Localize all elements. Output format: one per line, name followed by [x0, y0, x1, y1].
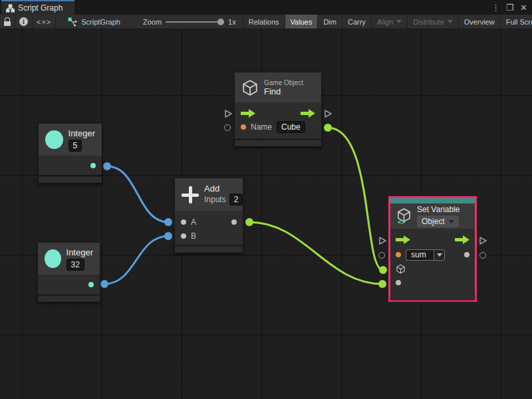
variable-scope-dropdown[interactable]: Object [417, 215, 459, 227]
zoom-control: Zoom 1x [136, 15, 243, 29]
relations-toggle[interactable]: Relations [243, 15, 285, 29]
game-object-cube-icon [241, 79, 259, 96]
dim-toggle[interactable]: Dim [318, 15, 342, 29]
maximize-button[interactable]: ❐ [504, 1, 515, 13]
node-footer [39, 177, 102, 183]
edit-script-button[interactable]: <×> [33, 15, 56, 29]
variable-name-dropdown[interactable]: sum [406, 249, 445, 261]
node-category: Game Object [264, 79, 303, 86]
set-variable-icon: <> [396, 208, 412, 225]
flow-port-marker[interactable] [479, 236, 487, 248]
flow-port-marker[interactable] [324, 109, 332, 121]
values-toggle[interactable]: Values [285, 15, 319, 29]
overview-button[interactable]: Overview [459, 15, 501, 29]
value-port-marker[interactable] [378, 252, 385, 259]
title-bar: Script Graph ⋮ ❐ ✕ [0, 0, 532, 15]
name-label: Name [251, 122, 272, 132]
port-a-label: A [191, 217, 196, 227]
code-icon: <×> [37, 18, 51, 26]
zoom-slider[interactable] [166, 18, 224, 26]
node-title: Set Variable [417, 205, 460, 214]
script-graph-window: Script Graph ⋮ ❐ ✕ i <×> Script [0, 0, 532, 399]
value-output-port[interactable] [464, 252, 469, 257]
inputs-label: Inputs [204, 195, 226, 204]
name-input-port[interactable] [241, 124, 246, 130]
node-game-object-find[interactable]: Game Object Find Name Cube [235, 72, 321, 146]
name-value-field[interactable]: Cube [277, 121, 305, 133]
align-dropdown[interactable]: Align [372, 15, 408, 29]
chevron-down-icon [449, 220, 454, 223]
chevron-down-icon [448, 20, 453, 23]
node-title: Integer [68, 128, 95, 138]
game-object-output-port[interactable] [315, 122, 315, 132]
zoom-slider-track [166, 21, 224, 23]
carry-toggle[interactable]: Carry [342, 15, 372, 29]
close-button[interactable]: ✕ [518, 1, 529, 13]
graph-name-label: ScriptGraph [81, 18, 120, 26]
chevron-down-icon [437, 253, 442, 257]
object-input-port[interactable] [396, 264, 406, 274]
node-add[interactable]: Add Inputs 2 A B [175, 178, 243, 253]
value-port-marker[interactable] [479, 252, 486, 259]
node-integer-32[interactable]: Integer 32 [38, 243, 100, 302]
zoom-label: Zoom [143, 18, 162, 26]
node-set-variable[interactable]: <> Set Variable Object [388, 196, 477, 302]
window-controls: ⋮ ❐ ✕ [490, 0, 529, 15]
value-port-marker[interactable] [224, 124, 231, 131]
output-port[interactable] [90, 163, 96, 168]
tab-title: Script Graph [18, 3, 63, 13]
node-title: Find [264, 86, 303, 96]
window-menu-button[interactable]: ⋮ [490, 1, 501, 13]
input-port-a[interactable] [181, 219, 186, 225]
graph-canvas[interactable]: Integer 5 Integer 32 [0, 29, 532, 399]
flow-out-arrow-icon[interactable] [301, 109, 315, 118]
integer-literal-icon [45, 130, 63, 149]
chevron-down-icon [396, 20, 402, 23]
graph-toolbar: i <×> ScriptGraph Zoom 1x Relations Valu… [0, 15, 532, 29]
variable-kind-strip [390, 198, 475, 203]
lock-button[interactable] [0, 15, 15, 29]
lock-icon [4, 17, 11, 26]
zoom-value: 1x [228, 18, 236, 26]
node-footer [175, 247, 243, 253]
inspect-button[interactable]: i [15, 15, 33, 29]
graph-breadcrumb[interactable]: ScriptGraph [61, 15, 127, 29]
distribute-dropdown[interactable]: Distribute [408, 15, 458, 29]
flow-port-marker[interactable] [378, 236, 387, 248]
variable-name-port[interactable] [396, 252, 401, 257]
node-footer [390, 293, 475, 299]
flow-in-arrow-icon[interactable] [396, 235, 410, 244]
port-b-label: B [191, 231, 196, 241]
node-title: Integer [66, 247, 93, 257]
svg-text:<>: <> [398, 218, 406, 225]
flow-port-marker[interactable] [224, 109, 233, 121]
node-integer-5[interactable]: Integer 5 [39, 124, 102, 183]
add-icon [182, 186, 199, 203]
integer-value-field[interactable]: 32 [66, 259, 84, 271]
node-footer [38, 296, 100, 302]
node-title: Add [204, 184, 243, 194]
input-port-b[interactable] [181, 233, 186, 239]
script-graph-icon [68, 17, 77, 27]
value-input-port[interactable] [396, 280, 401, 285]
graph-hierarchy-icon [6, 4, 15, 13]
tab-script-graph[interactable]: Script Graph [1, 0, 74, 15]
flow-out-arrow-icon[interactable] [455, 235, 469, 244]
output-port[interactable] [231, 219, 237, 225]
node-footer [235, 140, 321, 146]
inputs-count-field[interactable]: 2 [229, 194, 243, 205]
flow-in-arrow-icon[interactable] [241, 109, 255, 118]
fullscreen-button[interactable]: Full Screen [501, 15, 532, 29]
integer-literal-icon [45, 249, 61, 268]
info-icon: i [19, 17, 28, 26]
integer-value-field[interactable]: 5 [68, 140, 82, 152]
output-port[interactable] [88, 282, 94, 287]
zoom-slider-handle[interactable] [217, 19, 224, 25]
